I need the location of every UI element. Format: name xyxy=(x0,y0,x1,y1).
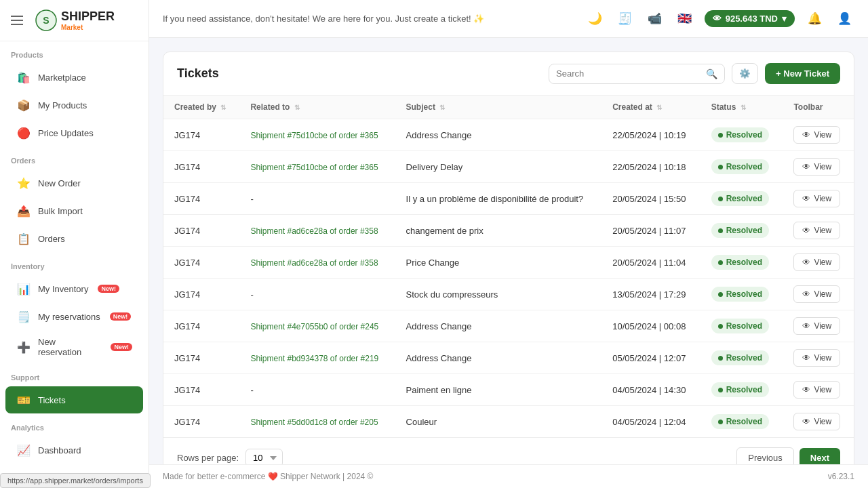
view-icon: 👁 xyxy=(802,130,810,140)
view-button[interactable]: 👁 View xyxy=(793,317,840,335)
dark-mode-icon[interactable]: 🌙 xyxy=(585,9,606,29)
related-link[interactable]: Shipment #5dd0d1c8 of order #205 xyxy=(250,418,378,427)
receipt-icon[interactable]: 🧾 xyxy=(615,9,635,29)
cell-created-at: 22/05/2024 | 10:19 xyxy=(601,119,700,151)
sidebar-item-label-tickets: Tickets xyxy=(38,395,66,405)
tickets-panel: Tickets 🔍 ⚙️ + New Ticket xyxy=(163,52,854,464)
tickets-title: Tickets xyxy=(177,66,219,81)
view-label: View xyxy=(814,417,831,426)
related-none: - xyxy=(250,385,253,395)
view-button[interactable]: 👁 View xyxy=(793,158,840,176)
sidebar-item-price-updates[interactable]: 🔴Price Updates xyxy=(5,119,143,146)
previous-button[interactable]: Previous xyxy=(736,447,794,464)
related-link[interactable]: Shipment #75d10cbe of order #365 xyxy=(250,131,378,140)
related-link[interactable]: Shipment #4e7055b0 of order #245 xyxy=(250,322,378,331)
status-badge: Resolved xyxy=(711,159,769,174)
video-icon[interactable]: 📹 xyxy=(645,9,665,29)
cell-status: Resolved xyxy=(701,151,783,183)
related-link[interactable]: Shipment #bd934378 of order #219 xyxy=(250,354,378,363)
sidebar-item-bulk-import[interactable]: 📤Bulk Import xyxy=(5,197,143,224)
sidebar-item-label-my-products: My Products xyxy=(38,100,87,110)
badge-my-reservations: New! xyxy=(110,312,132,321)
sidebar-item-tickets[interactable]: 🎫Tickets xyxy=(5,386,143,413)
view-label: View xyxy=(814,321,831,331)
tickets-icon: 🎫 xyxy=(16,392,31,407)
view-button[interactable]: 👁 View xyxy=(793,190,840,207)
sidebar-item-new-reservation[interactable]: ➕New reservationNew! xyxy=(5,331,143,363)
sidebar-header: S SHIPPER Market xyxy=(0,0,149,41)
status-dot xyxy=(718,228,723,233)
balance-icon: 👁 xyxy=(713,14,722,24)
marketplace-icon: 🛍️ xyxy=(16,70,31,85)
topbar: If you need assistance, don't hesitate! … xyxy=(149,0,868,38)
cell-status: Resolved xyxy=(701,119,783,151)
cell-subject: Address Change xyxy=(395,119,602,151)
new-order-icon: ⭐ xyxy=(16,176,31,190)
status-badge: Resolved xyxy=(711,223,769,238)
sidebar-item-my-inventory[interactable]: 📊My InventoryNew! xyxy=(5,275,143,302)
related-link[interactable]: Shipment #ad6ce28a of order #358 xyxy=(250,226,378,236)
sidebar-item-label-my-inventory: My Inventory xyxy=(38,284,88,294)
sidebar-item-marketplace[interactable]: 🛍️Marketplace xyxy=(5,64,143,91)
sidebar-section-label: Products xyxy=(0,41,149,63)
cell-subject: Delivery Delay xyxy=(395,151,602,183)
sidebar-item-my-products[interactable]: 📦My Products xyxy=(5,92,143,119)
table-row: JG174 Shipment #bd934378 of order #219 A… xyxy=(163,342,854,374)
topbar-right: 🌙 🧾 📹 🇬🇧 👁 925.643 TND ▾ 🔔 👤 xyxy=(585,9,854,29)
sidebar-item-label-dashboard: Dashboard xyxy=(38,445,81,455)
sidebar-item-orders[interactable]: 📋Orders xyxy=(5,225,143,252)
new-ticket-button[interactable]: + New Ticket xyxy=(765,63,840,84)
cell-subject: Address Change xyxy=(395,342,602,374)
col-created-by: Created by ⇅ xyxy=(163,96,239,119)
status-dot xyxy=(718,165,723,169)
cell-related-to: Shipment #bd934378 of order #219 xyxy=(239,342,395,374)
cell-created-by: JG174 xyxy=(163,119,239,151)
status-dot xyxy=(718,260,723,265)
view-label: View xyxy=(814,194,831,203)
view-button[interactable]: 👁 View xyxy=(793,349,840,367)
cell-status: Resolved xyxy=(701,374,783,406)
sidebar: S SHIPPER Market Products🛍️Marketplace📦M… xyxy=(0,0,149,488)
balance-pill[interactable]: 👁 925.643 TND ▾ xyxy=(705,10,795,27)
view-button[interactable]: 👁 View xyxy=(793,381,840,399)
related-link[interactable]: Shipment #75d10cbe of order #365 xyxy=(250,163,378,172)
related-link[interactable]: Shipment #ad6ce28a of order #358 xyxy=(250,258,378,268)
url-bar: https://app.shipper.market/orders/import… xyxy=(0,473,151,488)
search-box: 🔍 xyxy=(549,64,725,84)
logo-text: SHIPPER xyxy=(61,9,115,24)
next-button[interactable]: Next xyxy=(800,448,840,464)
cell-related-to: - xyxy=(239,279,395,310)
avatar-icon[interactable]: 👤 xyxy=(834,9,854,29)
view-button[interactable]: 👁 View xyxy=(793,253,840,271)
sidebar-item-label-price-updates: Price Updates xyxy=(38,128,94,138)
sidebar-section-label: Inventory xyxy=(0,253,149,274)
status-dot xyxy=(718,388,723,392)
sidebar-item-new-order[interactable]: ⭐New Order xyxy=(5,169,143,197)
logo-icon: S xyxy=(35,9,57,31)
sidebar-item-label-new-order: New Order xyxy=(38,178,81,188)
rows-per-page-select[interactable]: 10 20 50 xyxy=(245,449,283,464)
balance-amount: 925.643 TND xyxy=(726,14,778,24)
view-icon: 👁 xyxy=(802,258,810,267)
view-button[interactable]: 👁 View xyxy=(793,222,840,239)
cell-created-by: JG174 xyxy=(163,374,239,406)
view-button[interactable]: 👁 View xyxy=(793,413,840,430)
table-row: JG174 - Il y a un problème de disponibil… xyxy=(163,183,854,215)
cell-related-to: - xyxy=(239,374,395,406)
dashboard-icon: 📈 xyxy=(16,443,31,458)
col-toolbar: Toolbar xyxy=(783,96,854,119)
cell-created-at: 20/05/2024 | 15:50 xyxy=(601,183,700,215)
view-button[interactable]: 👁 View xyxy=(793,126,840,144)
filter-button[interactable]: ⚙️ xyxy=(732,63,758,84)
table-row: JG174 - Stock du compresseurs 13/05/2024… xyxy=(163,279,854,310)
table-row: JG174 Shipment #75d10cbe of order #365 A… xyxy=(163,119,854,151)
view-button[interactable]: 👁 View xyxy=(793,285,840,303)
flag-icon[interactable]: 🇬🇧 xyxy=(675,9,695,29)
bell-icon[interactable]: 🔔 xyxy=(804,9,825,29)
sidebar-item-my-reservations[interactable]: 🗒️My reservationsNew! xyxy=(5,303,143,330)
cell-status: Resolved xyxy=(701,279,783,310)
search-input[interactable] xyxy=(556,68,702,79)
rows-per-page-label: Rows per page: xyxy=(177,453,239,463)
hamburger-menu[interactable] xyxy=(11,16,23,25)
sidebar-item-dashboard[interactable]: 📈Dashboard xyxy=(5,436,143,464)
